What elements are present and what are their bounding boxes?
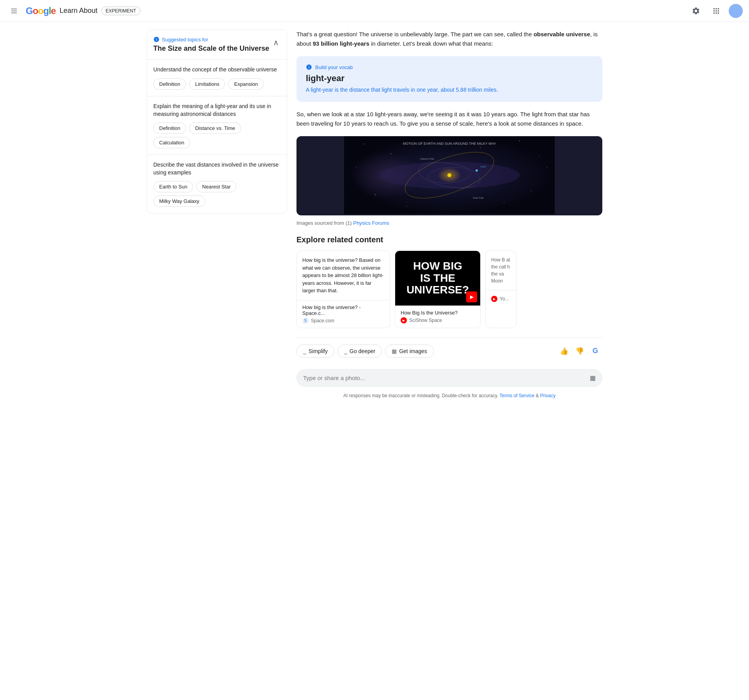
- image-caption: Images sourced from (1) Physics Forums: [296, 220, 602, 226]
- intro-text: That's a great question! The universe is…: [296, 30, 602, 48]
- vocab-definition: A light-year is the distance that light …: [306, 86, 593, 94]
- sidebar: Suggested topics for The Size and Scale …: [147, 30, 287, 405]
- video-title-overlay: HOW BIGIS THEUNIVERSE?: [403, 256, 473, 300]
- google-g-button[interactable]: G: [588, 344, 602, 358]
- explore-card-scishow[interactable]: HOW BIGIS THEUNIVERSE? ▶ How Big Is the …: [395, 251, 481, 328]
- topic-section-3: Describe the vast distances involved in …: [147, 155, 287, 213]
- disclaimer: AI responses may be inaccurate or mislea…: [296, 390, 602, 405]
- svg-text:MOTION OF EARTH AND SUN AROUND: MOTION OF EARTH AND SUN AROUND THE MILKY…: [403, 142, 496, 146]
- source-label-2: SciShow Space: [409, 318, 442, 323]
- svg-text:Earth: Earth: [481, 165, 486, 168]
- source-meta-1: S Space.com: [302, 318, 384, 324]
- svg-point-13: [547, 167, 547, 167]
- chip-calculation[interactable]: Calculation: [153, 137, 190, 148]
- get-images-button[interactable]: ▦ Get images: [385, 345, 434, 358]
- svg-point-19: [447, 173, 451, 177]
- svg-text:Solar Path: Solar Path: [473, 197, 484, 199]
- space-image-container: MOTION OF EARTH AND SUN AROUND THE MILKY…: [296, 136, 602, 215]
- svg-rect-2: [11, 12, 17, 13]
- sidebar-toggle-button[interactable]: [6, 3, 22, 19]
- explore-card-partial[interactable]: How B at the call h the va Moon ▶ Yo...: [485, 251, 516, 328]
- main-container: Suggested topics for The Size and Scale …: [140, 22, 609, 412]
- play-button[interactable]: ▶: [466, 291, 477, 302]
- vocab-card: Build your vocab light-year A light-year…: [296, 56, 602, 102]
- sidebar-header: Suggested topics for The Size and Scale …: [147, 30, 287, 59]
- svg-point-23: [476, 169, 478, 172]
- thumbs-up-button[interactable]: 👍: [557, 344, 571, 358]
- source-name-1: How big is the universe? - Space.c...: [302, 304, 384, 316]
- source-label-partial: Yo...: [500, 296, 509, 302]
- image-upload-icon[interactable]: ▦: [590, 374, 596, 382]
- topic-section-2: Explain the meaning of a light-year and …: [147, 96, 287, 155]
- source-label-1: Space.com: [311, 318, 334, 323]
- search-bar: ▦: [296, 369, 602, 387]
- physics-forums-link[interactable]: Physics Forums: [353, 220, 389, 226]
- chip-expansion[interactable]: Expansion: [228, 78, 264, 90]
- get-images-icon: ▦: [392, 348, 397, 354]
- yt-icon-partial: ▶: [491, 296, 497, 302]
- google-logo: Google: [26, 5, 56, 16]
- user-avatar[interactable]: [729, 4, 743, 18]
- sidebar-header-text: Suggested topics for The Size and Scale …: [153, 36, 269, 53]
- apps-button[interactable]: [708, 3, 724, 19]
- chip-distance-vs-time[interactable]: Distance vs. Time: [189, 123, 241, 134]
- explore-scroll-wrapper[interactable]: How big is the universe? Based on what w…: [296, 251, 602, 331]
- simplify-icon: ⎯: [303, 348, 306, 354]
- topic-title-3: Describe the vast distances involved in …: [153, 161, 280, 176]
- feedback-icons: 👍 👎 G: [557, 344, 602, 358]
- explore-card-footer-1: How big is the universe? - Space.c... S …: [297, 300, 390, 328]
- svg-point-14: [504, 202, 504, 203]
- get-images-label: Get images: [399, 348, 427, 354]
- explore-card-text-1: How big is the universe? Based on what w…: [297, 251, 390, 300]
- go-deeper-button[interactable]: ⎯ Go deeper: [337, 345, 382, 358]
- explore-card-image-scishow: HOW BIGIS THEUNIVERSE? ▶: [395, 251, 480, 306]
- svg-point-9: [539, 155, 539, 156]
- thumbs-down-button[interactable]: 👎: [573, 344, 587, 358]
- disclaimer-ampersand: &: [536, 393, 540, 398]
- privacy-link[interactable]: Privacy: [540, 393, 556, 398]
- source-name-2: How Big Is the Universe?: [401, 310, 475, 316]
- settings-button[interactable]: [688, 3, 704, 19]
- space-com-icon: S: [302, 318, 309, 324]
- explore-card-space-com[interactable]: How big is the universe? Based on what w…: [296, 251, 390, 328]
- youtube-icon: ▶: [401, 317, 407, 323]
- action-bar: ⎯ Simplify ⎯ Go deeper ▦ Get images 👍 👎 …: [296, 338, 602, 364]
- disclaimer-text: AI responses may be inaccurate or mislea…: [343, 393, 498, 398]
- vocab-card-label: Build your vocab: [315, 64, 353, 70]
- explore-card-text-partial: How B at the call h the va Moon: [486, 251, 516, 290]
- topic-title-2: Explain the meaning of a light-year and …: [153, 103, 280, 118]
- chip-definition-2[interactable]: Definition: [153, 123, 186, 134]
- sidebar-header-top: Suggested topics for The Size and Scale …: [153, 36, 280, 53]
- topic-title-1: Understand the concept of the observable…: [153, 66, 280, 74]
- topic-section-1: Understand the concept of the observable…: [147, 59, 287, 96]
- svg-point-7: [480, 147, 481, 148]
- source-meta-partial: ▶ Yo...: [491, 296, 511, 302]
- search-container: ▦: [296, 364, 602, 390]
- chip-earth-to-sun[interactable]: Earth to Sun: [153, 181, 193, 192]
- terms-link[interactable]: Terms of Service: [500, 393, 534, 398]
- chip-definition-1[interactable]: Definition: [153, 78, 186, 90]
- svg-rect-0: [11, 9, 17, 9]
- chip-milky-way-galaxy[interactable]: Milky Way Galaxy: [153, 195, 205, 207]
- chip-nearest-star[interactable]: Nearest Star: [196, 181, 236, 192]
- learn-about-label: Learn About: [60, 7, 98, 15]
- go-deeper-icon: ⎯: [344, 348, 347, 354]
- simplify-label: Simplify: [309, 348, 328, 354]
- svg-point-12: [531, 190, 532, 191]
- chip-group-1: Definition Limitations Expansion: [153, 78, 280, 90]
- go-deeper-label: Go deeper: [350, 348, 375, 354]
- header-left: Google Learn About EXPERIMENT: [6, 3, 140, 19]
- collapse-sidebar-button[interactable]: ∧: [272, 36, 280, 49]
- simplify-button[interactable]: ⎯ Simplify: [296, 345, 334, 358]
- chip-group-3: Earth to Sun Nearest Star Milky Way Gala…: [153, 181, 280, 207]
- experiment-badge: EXPERIMENT: [101, 7, 140, 15]
- vocab-card-header: Build your vocab: [306, 64, 593, 70]
- vocab-term: light-year: [306, 73, 593, 84]
- sidebar-panel: Suggested topics for The Size and Scale …: [147, 30, 287, 213]
- svg-point-4: [363, 144, 364, 144]
- svg-text:Galactic Pole: Galactic Pole: [420, 158, 434, 160]
- chip-limitations[interactable]: Limitations: [189, 78, 225, 90]
- explore-title: Explore related content: [296, 235, 602, 244]
- search-input[interactable]: [303, 375, 587, 381]
- google-g-icon: G: [593, 347, 598, 355]
